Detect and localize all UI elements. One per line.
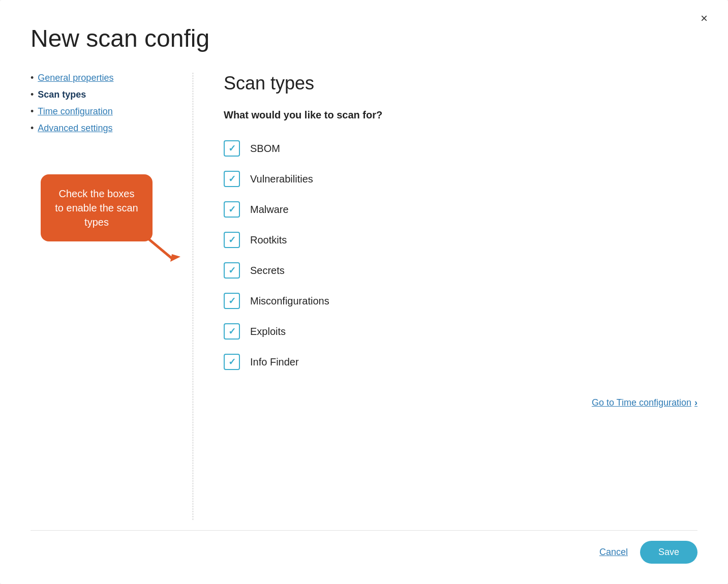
checkbox-vulnerabilities[interactable] xyxy=(224,171,240,187)
scan-type-label-misconfigurations: Misconfigurations xyxy=(250,295,329,307)
sidebar-link-scan-types[interactable]: Scan types xyxy=(38,89,86,100)
scan-type-item-rootkits: Rootkits xyxy=(224,225,697,255)
checkbox-malware[interactable] xyxy=(224,201,240,218)
scan-types-list: SBOMVulnerabilitiesMalwareRootkitsSecret… xyxy=(224,133,697,377)
section-title: Scan types xyxy=(224,73,697,94)
page-title: New scan config xyxy=(31,24,697,52)
scan-type-item-vulnerabilities: Vulnerabilities xyxy=(224,164,697,194)
sidebar-item-advanced-settings[interactable]: Advanced settings xyxy=(31,123,172,134)
content-area: General propertiesScan typesTime configu… xyxy=(31,73,697,520)
checkbox-exploits[interactable] xyxy=(224,323,240,340)
sidebar-item-general-properties[interactable]: General properties xyxy=(31,73,172,83)
scan-type-item-malware: Malware xyxy=(224,194,697,225)
cancel-button[interactable]: Cancel xyxy=(599,547,628,558)
checkbox-sbom[interactable] xyxy=(224,140,240,157)
scan-type-item-secrets: Secrets xyxy=(224,255,697,286)
scan-type-item-exploits: Exploits xyxy=(224,316,697,347)
chevron-right-icon: › xyxy=(694,397,697,408)
checkbox-misconfigurations[interactable] xyxy=(224,293,240,309)
checkbox-rootkits[interactable] xyxy=(224,232,240,248)
go-to-time-configuration-link[interactable]: Go to Time configuration › xyxy=(592,397,697,408)
main-content: Scan types What would you like to scan f… xyxy=(193,73,697,520)
scan-type-label-rootkits: Rootkits xyxy=(250,234,287,246)
footer-nav: Go to Time configuration › xyxy=(224,377,697,408)
scan-type-label-sbom: SBOM xyxy=(250,143,280,155)
modal: × New scan config General propertiesScan… xyxy=(0,0,728,584)
scan-type-item-info-finder: Info Finder xyxy=(224,347,697,377)
checkbox-secrets[interactable] xyxy=(224,262,240,279)
tooltip-arrow-icon xyxy=(142,234,183,269)
sidebar-link-time-configuration[interactable]: Time configuration xyxy=(38,106,112,117)
svg-line-0 xyxy=(142,234,173,259)
nav-list: General propertiesScan typesTime configu… xyxy=(31,73,172,134)
scan-type-label-info-finder: Info Finder xyxy=(250,356,299,368)
sidebar-link-advanced-settings[interactable]: Advanced settings xyxy=(38,123,112,134)
scan-type-label-malware: Malware xyxy=(250,204,289,216)
scan-type-label-exploits: Exploits xyxy=(250,326,286,337)
scan-type-item-sbom: SBOM xyxy=(224,133,697,164)
sidebar-link-general-properties[interactable]: General properties xyxy=(38,73,113,83)
scan-type-label-secrets: Secrets xyxy=(250,265,285,276)
sidebar-item-time-configuration[interactable]: Time configuration xyxy=(31,106,172,117)
svg-marker-1 xyxy=(170,254,180,262)
scan-type-item-misconfigurations: Misconfigurations xyxy=(224,286,697,316)
sidebar-item-scan-types[interactable]: Scan types xyxy=(31,89,172,100)
save-button[interactable]: Save xyxy=(640,541,697,564)
modal-footer: Cancel Save xyxy=(31,530,697,564)
go-to-link-text: Go to Time configuration xyxy=(592,397,691,408)
sidebar: General propertiesScan typesTime configu… xyxy=(31,73,193,520)
scan-question: What would you like to scan for? xyxy=(224,109,697,121)
close-button[interactable]: × xyxy=(701,12,708,24)
scan-type-label-vulnerabilities: Vulnerabilities xyxy=(250,173,313,185)
tooltip-box: Check the boxes to enable the scan types xyxy=(41,174,153,241)
tooltip-text: Check the boxes to enable the scan types xyxy=(55,188,138,228)
checkbox-info-finder[interactable] xyxy=(224,354,240,370)
